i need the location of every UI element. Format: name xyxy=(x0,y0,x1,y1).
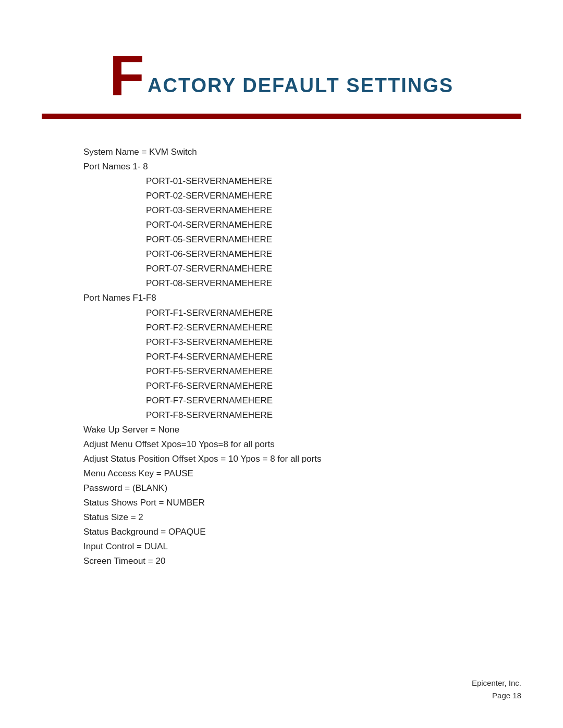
status-size-line: Status Size = 2 xyxy=(83,510,521,525)
port-f7: PORT-F7-SERVERNAMEHERE xyxy=(83,393,521,408)
port-04: PORT-04-SERVERNAMEHERE xyxy=(83,218,521,232)
port-f3: PORT-F3-SERVERNAMEHERE xyxy=(83,335,521,350)
content-section: System Name = KVM Switch Port Names 1- 8… xyxy=(42,145,521,569)
page-header: F ACTORY DEFAULT SETTINGS xyxy=(42,31,521,104)
screen-timeout-line: Screen Timeout = 20 xyxy=(83,554,521,569)
port-f6: PORT-F6-SERVERNAMEHERE xyxy=(83,379,521,393)
port-f1: PORT-F1-SERVERNAMEHERE xyxy=(83,306,521,320)
wake-up-server-line: Wake Up Server = None xyxy=(83,423,521,437)
port-03: PORT-03-SERVERNAMEHERE xyxy=(83,203,521,218)
company-name: Epicenter, Inc. xyxy=(472,677,521,689)
password-line: Password = (BLANK) xyxy=(83,481,521,496)
system-name-line: System Name = KVM Switch xyxy=(83,145,521,159)
input-control-line: Input Control = DUAL xyxy=(83,539,521,554)
adjust-menu-offset-line: Adjust Menu Offset Xpos=10 Ypos=8 for al… xyxy=(83,437,521,452)
port-01: PORT-01-SERVERNAMEHERE xyxy=(83,174,521,189)
page-container: F ACTORY DEFAULT SETTINGS System Name = … xyxy=(0,0,563,728)
port-05: PORT-05-SERVERNAMEHERE xyxy=(83,232,521,247)
port-f4: PORT-F4-SERVERNAMEHERE xyxy=(83,350,521,364)
port-08: PORT-08-SERVERNAMEHERE xyxy=(83,276,521,291)
status-shows-port-line: Status Shows Port = NUMBER xyxy=(83,496,521,510)
port-06: PORT-06-SERVERNAMEHERE xyxy=(83,247,521,262)
port-f8: PORT-F8-SERVERNAMEHERE xyxy=(83,408,521,423)
port-names-1-8-list: PORT-01-SERVERNAMEHERE PORT-02-SERVERNAM… xyxy=(83,174,521,291)
page-number: Page 18 xyxy=(472,689,521,702)
menu-access-key-line: Menu Access Key = PAUSE xyxy=(83,466,521,481)
adjust-status-position-line: Adjust Status Position Offset Xpos = 10 … xyxy=(83,452,521,466)
port-f2: PORT-F2-SERVERNAMEHERE xyxy=(83,320,521,335)
port-names-f1-f8-label: Port Names F1-F8 xyxy=(83,291,521,305)
header-big-letter: F xyxy=(109,47,144,104)
port-02: PORT-02-SERVERNAMEHERE xyxy=(83,189,521,203)
port-names-1-8-label: Port Names 1- 8 xyxy=(83,159,521,174)
port-f5: PORT-F5-SERVERNAMEHERE xyxy=(83,364,521,379)
port-names-f1-f8-list: PORT-F1-SERVERNAMEHERE PORT-F2-SERVERNAM… xyxy=(83,306,521,423)
page-footer: Epicenter, Inc. Page 18 xyxy=(472,677,521,702)
header-title: ACTORY DEFAULT SETTINGS xyxy=(148,75,454,104)
header-divider xyxy=(42,114,521,119)
status-background-line: Status Background = OPAQUE xyxy=(83,525,521,539)
port-07: PORT-07-SERVERNAMEHERE xyxy=(83,262,521,276)
